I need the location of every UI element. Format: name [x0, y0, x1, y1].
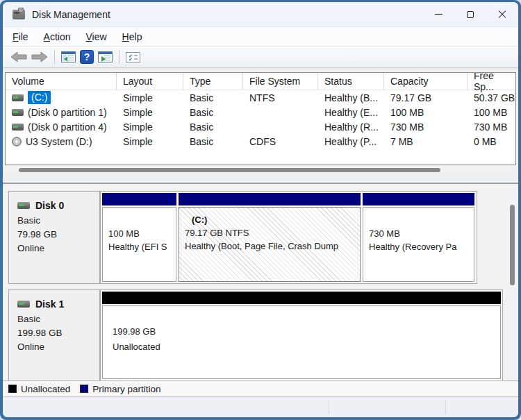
- volume-table-header: Volume Layout Type File System Status Ca…: [6, 73, 515, 90]
- disk-kind: Basic: [17, 312, 99, 326]
- table-row-c[interactable]: (C:) Simple Basic NTFS Healthy (B... 79.…: [6, 90, 515, 105]
- disk1-info-panel[interactable]: Disk 1 Basic 199.98 GB Online: [8, 289, 100, 381]
- console-tree-icon: [61, 51, 76, 62]
- horizontal-scrollbar[interactable]: [5, 166, 516, 174]
- cell-file-system: CDFS: [243, 136, 318, 147]
- volume-name: U3 System (D:): [26, 136, 92, 147]
- unallocated-swatch: [8, 385, 17, 393]
- cell-type: Basic: [183, 121, 243, 133]
- customize-view-button[interactable]: ✔ ✔: [126, 52, 140, 62]
- properties-window-icon: [98, 51, 113, 62]
- minimize-icon: [435, 14, 443, 15]
- unallocated-size: 199.98 GB: [103, 324, 500, 339]
- cell-layout: Simple: [117, 136, 183, 147]
- cell-layout: Simple: [117, 107, 183, 118]
- back-icon: [10, 51, 27, 62]
- disk-management-app-icon: [13, 10, 25, 19]
- legend-unallocated: Unallocated: [8, 384, 70, 394]
- menu-file[interactable]: File: [13, 31, 28, 42]
- close-icon: [498, 10, 506, 19]
- help-icon: ?: [80, 50, 94, 64]
- disk-name: Disk 0: [35, 200, 64, 211]
- minimize-button[interactable]: [422, 2, 454, 26]
- legend-label: Primary partition: [92, 384, 160, 394]
- disk-state: Online: [17, 242, 99, 255]
- column-header-volume[interactable]: Volume: [6, 73, 117, 90]
- partition-color-bar: [102, 193, 176, 205]
- disk1-band: Disk 1 Basic 199.98 GB Online 199.98 GB …: [8, 289, 503, 381]
- volume-name: (Disk 0 partition 4): [28, 121, 107, 133]
- disk-icon: [17, 301, 30, 308]
- column-header-layout[interactable]: Layout: [117, 73, 183, 90]
- column-header-status[interactable]: Status: [318, 73, 384, 90]
- cell-free-space: 100 MB: [468, 107, 515, 118]
- column-header-type[interactable]: Type: [183, 73, 243, 90]
- partition-size: 79.17 GB NTFS: [179, 226, 360, 240]
- drive-icon: [12, 124, 24, 131]
- drive-icon: [12, 94, 24, 101]
- disk0-info-panel[interactable]: Disk 0 Basic 79.98 GB Online: [8, 191, 100, 284]
- cd-disc-icon: [12, 137, 22, 146]
- unallocated-region[interactable]: 199.98 GB Unallocated: [102, 292, 501, 379]
- partition-color-bar: [363, 193, 474, 205]
- partition-status: Healthy (EFI S: [103, 240, 176, 253]
- pane-splitter[interactable]: [3, 176, 518, 184]
- disk-state: Online: [17, 340, 99, 354]
- disk-kind: Basic: [17, 214, 99, 228]
- status-bar: [3, 397, 518, 417]
- volume-list-pane: Volume Layout Type File System Status Ca…: [3, 68, 518, 176]
- back-button[interactable]: [10, 51, 27, 62]
- show-action-pane-button[interactable]: [98, 51, 113, 62]
- legend-label: Unallocated: [21, 384, 70, 394]
- graphical-view-pane: Disk 0 Basic 79.98 GB Online 100 MB Heal…: [3, 184, 518, 380]
- menu-help[interactable]: Help: [122, 31, 142, 42]
- disk-size: 199.98 GB: [17, 326, 99, 340]
- cell-free-space: 730 MB: [468, 121, 515, 133]
- close-button[interactable]: [486, 2, 518, 26]
- table-row-u3-system[interactable]: U3 System (D:) Simple Basic CDFS Healthy…: [6, 134, 515, 149]
- disk-name: Disk 1: [35, 299, 64, 310]
- maximize-button[interactable]: [454, 2, 486, 26]
- cell-file-system: NTFS: [243, 92, 318, 103]
- cell-type: Basic: [183, 136, 243, 147]
- cell-capacity: 730 MB: [384, 121, 468, 133]
- menu-view[interactable]: View: [86, 31, 107, 42]
- table-row-partition4[interactable]: (Disk 0 partition 4) Simple Basic Health…: [6, 119, 515, 134]
- cell-layout: Simple: [117, 92, 183, 103]
- cell-capacity: 79.17 GB: [384, 92, 468, 103]
- help-button[interactable]: ?: [80, 50, 94, 64]
- cell-status: Healthy (B...: [318, 92, 384, 103]
- unallocated-color-bar: [102, 292, 501, 304]
- checklist-icon: ✔ ✔: [126, 52, 140, 62]
- partition-efi[interactable]: 100 MB Healthy (EFI S: [102, 193, 176, 282]
- menu-action[interactable]: Action: [44, 31, 71, 42]
- title-bar: Disk Management: [3, 2, 518, 27]
- cell-status: Healthy (P...: [318, 136, 384, 147]
- column-header-file-system[interactable]: File System: [243, 73, 318, 90]
- volume-table: Volume Layout Type File System Status Ca…: [5, 72, 516, 165]
- cell-capacity: 100 MB: [384, 107, 468, 118]
- window-controls: [422, 2, 518, 26]
- column-header-capacity[interactable]: Capacity: [384, 73, 468, 90]
- forward-icon: [31, 51, 48, 62]
- partition-c[interactable]: (C:) 79.17 GB NTFS Healthy (Boot, Page F…: [179, 193, 361, 282]
- cell-capacity: 7 MB: [384, 136, 468, 147]
- toolbar-separator: [119, 50, 119, 64]
- drive-icon: [12, 109, 24, 116]
- vertical-scrollbar[interactable]: [509, 187, 516, 377]
- disk-size: 79.98 GB: [17, 228, 99, 242]
- horizontal-scrollbar-thumb[interactable]: [19, 168, 440, 172]
- unallocated-label: Unallocated: [103, 339, 500, 355]
- show-console-tree-button[interactable]: [61, 51, 76, 62]
- forward-button[interactable]: [31, 51, 48, 62]
- cell-free-space: 50.37 GB: [468, 92, 515, 103]
- column-header-free-space[interactable]: Free Sp...: [468, 73, 515, 90]
- partition-recovery[interactable]: 730 MB Healthy (Recovery Pa: [363, 193, 474, 282]
- disk0-band: Disk 0 Basic 79.98 GB Online 100 MB Heal…: [8, 191, 477, 284]
- disk0-partition-area: 100 MB Healthy (EFI S (C:) 79.17 GB NTFS…: [100, 191, 477, 284]
- vertical-scrollbar-thumb[interactable]: [510, 205, 515, 285]
- toolbar-separator: [54, 50, 55, 64]
- table-row-partition1[interactable]: (Disk 0 partition 1) Simple Basic Health…: [6, 105, 515, 119]
- cell-status: Healthy (R...: [318, 121, 384, 133]
- window-body: Disk Management File Action View Help ?: [3, 2, 518, 417]
